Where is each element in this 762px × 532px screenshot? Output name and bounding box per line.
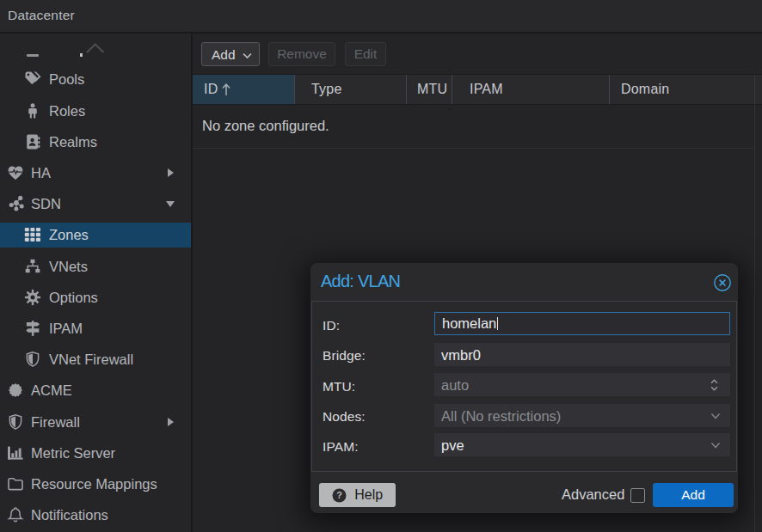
svg-text:?: ? [336,490,342,500]
